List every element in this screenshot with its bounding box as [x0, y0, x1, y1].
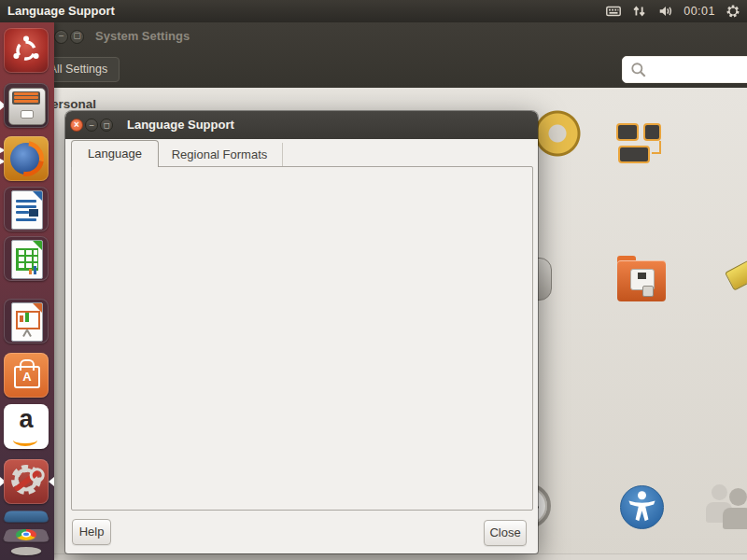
search-icon: [630, 62, 647, 78]
unity-launcher: A a: [0, 22, 54, 560]
volume-icon[interactable]: [657, 3, 674, 20]
launcher-item-trash[interactable]: [11, 547, 41, 555]
dialog-titlebar[interactable]: × – ◻ Language Support: [65, 111, 538, 139]
writer-document-icon: [11, 190, 43, 230]
maximize-window-button[interactable]: ◻: [100, 119, 113, 132]
network-sync-icon[interactable]: [631, 3, 648, 20]
top-panel: Language Support 00:01: [0, 0, 747, 22]
clock[interactable]: 00:01: [684, 5, 715, 18]
tab-content-frame: [71, 166, 533, 511]
tab-language[interactable]: Language: [71, 140, 159, 167]
text-entry-icon[interactable]: [616, 118, 667, 164]
search-input[interactable]: [622, 56, 747, 83]
panel-app-title: Language Support: [7, 4, 115, 18]
ubuntu-logo-icon: [4, 28, 49, 73]
system-settings-header: – ▢ System Settings All Settings: [34, 22, 747, 88]
close-button[interactable]: Close: [484, 520, 527, 546]
launcher-item-software-center[interactable]: A: [4, 353, 49, 398]
software-center-icon: A: [14, 366, 40, 388]
impress-presentation-icon: [11, 302, 43, 342]
session-gear-icon[interactable]: [725, 3, 741, 20]
maximize-button[interactable]: ▢: [70, 30, 84, 44]
launcher-item-stacked-app[interactable]: [3, 511, 49, 522]
launcher-item-system-settings[interactable]: [4, 459, 49, 504]
user-accounts-icon[interactable]: [707, 483, 747, 529]
file-cabinet-icon: [8, 88, 46, 125]
window-bottom-edge: [34, 553, 747, 560]
launcher-item-calc[interactable]: [4, 236, 49, 281]
launcher-item-amazon[interactable]: a: [4, 404, 49, 449]
minimize-button[interactable]: –: [54, 30, 68, 44]
security-privacy-icon[interactable]: [533, 109, 582, 158]
launcher-item-writer[interactable]: [4, 187, 49, 231]
launcher-item-dash[interactable]: [4, 28, 49, 73]
dialog-title: Language Support: [127, 118, 234, 132]
launcher-item-firefox[interactable]: [4, 136, 49, 181]
launcher-item-files[interactable]: [4, 83, 49, 128]
launcher-item-chrome[interactable]: [2, 529, 50, 542]
tab-regional-formats[interactable]: Regional Formats: [157, 143, 283, 166]
desktop: – ▢ System Settings All Settings Persona…: [0, 0, 747, 560]
minimize-window-button[interactable]: –: [85, 119, 98, 132]
network-icon[interactable]: [617, 260, 666, 303]
calc-spreadsheet-icon: [11, 240, 43, 279]
focused-indicator: [49, 477, 54, 486]
chrome-icon: [15, 529, 37, 540]
launcher-item-impress[interactable]: [4, 299, 49, 343]
window-title: System Settings: [95, 29, 190, 43]
amazon-icon: a: [4, 405, 49, 434]
language-support-dialog: × – ◻ Language Support Language Regional…: [65, 111, 538, 553]
close-window-button[interactable]: ×: [70, 119, 83, 132]
universal-access-icon[interactable]: [620, 485, 664, 529]
keyboard-indicator-icon[interactable]: [605, 3, 622, 20]
help-button[interactable]: Help: [72, 519, 111, 545]
